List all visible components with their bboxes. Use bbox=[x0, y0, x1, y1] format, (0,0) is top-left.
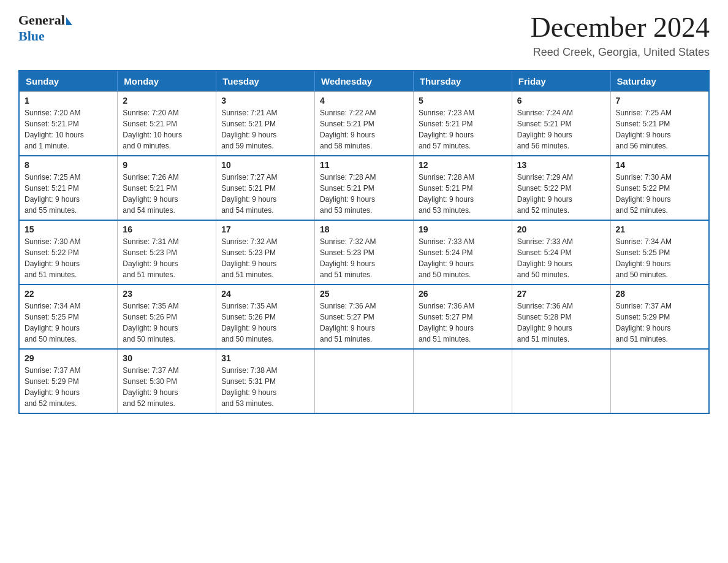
day-info: Sunrise: 7:25 AMSunset: 5:21 PMDaylight:… bbox=[616, 107, 703, 151]
calendar-day-18: 18Sunrise: 7:32 AMSunset: 5:23 PMDayligh… bbox=[315, 220, 414, 285]
calendar-day-20: 20Sunrise: 7:33 AMSunset: 5:24 PMDayligh… bbox=[512, 220, 610, 285]
day-number: 12 bbox=[419, 160, 507, 170]
day-info: Sunrise: 7:20 AMSunset: 5:21 PMDaylight:… bbox=[25, 107, 112, 151]
day-info: Sunrise: 7:34 AMSunset: 5:25 PMDaylight:… bbox=[616, 236, 703, 280]
calendar-day-5: 5Sunrise: 7:23 AMSunset: 5:21 PMDaylight… bbox=[413, 91, 512, 156]
calendar-day-11: 11Sunrise: 7:28 AMSunset: 5:21 PMDayligh… bbox=[315, 156, 414, 220]
day-number: 4 bbox=[320, 96, 408, 105]
calendar-day-31: 31Sunrise: 7:38 AMSunset: 5:31 PMDayligh… bbox=[216, 349, 315, 413]
calendar-day-15: 15Sunrise: 7:30 AMSunset: 5:22 PMDayligh… bbox=[19, 220, 118, 285]
calendar-day-1: 1Sunrise: 7:20 AMSunset: 5:21 PMDaylight… bbox=[19, 91, 118, 156]
day-info: Sunrise: 7:30 AMSunset: 5:22 PMDaylight:… bbox=[616, 172, 703, 216]
calendar-day-30: 30Sunrise: 7:37 AMSunset: 5:30 PMDayligh… bbox=[118, 349, 216, 413]
day-number: 1 bbox=[25, 96, 112, 105]
day-number: 25 bbox=[320, 289, 408, 299]
day-info: Sunrise: 7:28 AMSunset: 5:21 PMDaylight:… bbox=[419, 172, 507, 216]
day-number: 30 bbox=[123, 353, 211, 363]
calendar-day-14: 14Sunrise: 7:30 AMSunset: 5:22 PMDayligh… bbox=[610, 156, 709, 220]
month-year-title: December 2024 bbox=[531, 12, 710, 44]
page-header: General Blue December 2024 Reed Creek, G… bbox=[18, 12, 710, 59]
day-info: Sunrise: 7:36 AMSunset: 5:27 PMDaylight:… bbox=[320, 301, 408, 345]
day-number: 23 bbox=[123, 289, 211, 299]
day-info: Sunrise: 7:30 AMSunset: 5:22 PMDaylight:… bbox=[25, 236, 112, 280]
calendar-day-7: 7Sunrise: 7:25 AMSunset: 5:21 PMDaylight… bbox=[610, 91, 709, 156]
day-info: Sunrise: 7:20 AMSunset: 5:21 PMDaylight:… bbox=[123, 107, 211, 151]
calendar-empty-cell bbox=[315, 349, 414, 413]
day-number: 19 bbox=[419, 224, 507, 234]
day-info: Sunrise: 7:37 AMSunset: 5:29 PMDaylight:… bbox=[616, 301, 703, 345]
day-number: 27 bbox=[517, 289, 605, 299]
calendar-empty-cell bbox=[610, 349, 709, 413]
calendar-week-2: 8Sunrise: 7:25 AMSunset: 5:21 PMDaylight… bbox=[19, 156, 709, 220]
day-number: 9 bbox=[123, 160, 211, 170]
header-friday: Friday bbox=[512, 71, 610, 92]
day-info: Sunrise: 7:27 AMSunset: 5:21 PMDaylight:… bbox=[221, 172, 309, 216]
location-subtitle: Reed Creek, Georgia, United States bbox=[531, 46, 710, 59]
calendar-day-25: 25Sunrise: 7:36 AMSunset: 5:27 PMDayligh… bbox=[315, 285, 414, 349]
day-number: 31 bbox=[221, 353, 309, 363]
logo-blue: Blue bbox=[18, 28, 45, 44]
day-number: 11 bbox=[320, 160, 408, 170]
calendar-table: SundayMondayTuesdayWednesdayThursdayFrid… bbox=[18, 70, 710, 414]
day-number: 15 bbox=[25, 224, 112, 234]
header-saturday: Saturday bbox=[610, 71, 709, 92]
header-sunday: Sunday bbox=[19, 71, 118, 92]
calendar-day-2: 2Sunrise: 7:20 AMSunset: 5:21 PMDaylight… bbox=[118, 91, 216, 156]
day-number: 22 bbox=[25, 289, 112, 299]
day-number: 10 bbox=[221, 160, 309, 170]
calendar-day-10: 10Sunrise: 7:27 AMSunset: 5:21 PMDayligh… bbox=[216, 156, 315, 220]
day-info: Sunrise: 7:35 AMSunset: 5:26 PMDaylight:… bbox=[123, 301, 211, 345]
calendar-empty-cell bbox=[413, 349, 512, 413]
calendar-day-24: 24Sunrise: 7:35 AMSunset: 5:26 PMDayligh… bbox=[216, 285, 315, 349]
header-tuesday: Tuesday bbox=[216, 71, 315, 92]
day-info: Sunrise: 7:35 AMSunset: 5:26 PMDaylight:… bbox=[221, 301, 309, 345]
day-info: Sunrise: 7:25 AMSunset: 5:21 PMDaylight:… bbox=[25, 172, 112, 216]
day-number: 16 bbox=[123, 224, 211, 234]
day-info: Sunrise: 7:31 AMSunset: 5:23 PMDaylight:… bbox=[123, 236, 211, 280]
day-number: 6 bbox=[517, 96, 605, 105]
header-monday: Monday bbox=[118, 71, 216, 92]
day-info: Sunrise: 7:34 AMSunset: 5:25 PMDaylight:… bbox=[25, 301, 112, 345]
day-info: Sunrise: 7:26 AMSunset: 5:21 PMDaylight:… bbox=[123, 172, 211, 216]
calendar-day-26: 26Sunrise: 7:36 AMSunset: 5:27 PMDayligh… bbox=[413, 285, 512, 349]
day-number: 3 bbox=[221, 96, 309, 105]
day-number: 7 bbox=[616, 96, 703, 105]
calendar-day-16: 16Sunrise: 7:31 AMSunset: 5:23 PMDayligh… bbox=[118, 220, 216, 285]
day-number: 14 bbox=[616, 160, 703, 170]
calendar-day-6: 6Sunrise: 7:24 AMSunset: 5:21 PMDaylight… bbox=[512, 91, 610, 156]
calendar-header-row: SundayMondayTuesdayWednesdayThursdayFrid… bbox=[19, 71, 709, 92]
header-thursday: Thursday bbox=[413, 71, 512, 92]
day-info: Sunrise: 7:37 AMSunset: 5:29 PMDaylight:… bbox=[25, 365, 112, 409]
day-number: 24 bbox=[221, 289, 309, 299]
day-number: 13 bbox=[517, 160, 605, 170]
day-number: 17 bbox=[221, 224, 309, 234]
day-info: Sunrise: 7:36 AMSunset: 5:27 PMDaylight:… bbox=[419, 301, 507, 345]
day-info: Sunrise: 7:36 AMSunset: 5:28 PMDaylight:… bbox=[517, 301, 605, 345]
logo: General Blue bbox=[18, 12, 72, 44]
calendar-week-3: 15Sunrise: 7:30 AMSunset: 5:22 PMDayligh… bbox=[19, 220, 709, 285]
calendar-day-27: 27Sunrise: 7:36 AMSunset: 5:28 PMDayligh… bbox=[512, 285, 610, 349]
calendar-day-23: 23Sunrise: 7:35 AMSunset: 5:26 PMDayligh… bbox=[118, 285, 216, 349]
day-info: Sunrise: 7:29 AMSunset: 5:22 PMDaylight:… bbox=[517, 172, 605, 216]
title-block: December 2024 Reed Creek, Georgia, Unite… bbox=[531, 12, 710, 59]
day-info: Sunrise: 7:38 AMSunset: 5:31 PMDaylight:… bbox=[221, 365, 309, 409]
logo-general: General bbox=[18, 12, 65, 28]
day-number: 28 bbox=[616, 289, 703, 299]
calendar-day-21: 21Sunrise: 7:34 AMSunset: 5:25 PMDayligh… bbox=[610, 220, 709, 285]
calendar-day-9: 9Sunrise: 7:26 AMSunset: 5:21 PMDaylight… bbox=[118, 156, 216, 220]
calendar-day-13: 13Sunrise: 7:29 AMSunset: 5:22 PMDayligh… bbox=[512, 156, 610, 220]
header-wednesday: Wednesday bbox=[315, 71, 414, 92]
calendar-day-29: 29Sunrise: 7:37 AMSunset: 5:29 PMDayligh… bbox=[19, 349, 118, 413]
calendar-day-8: 8Sunrise: 7:25 AMSunset: 5:21 PMDaylight… bbox=[19, 156, 118, 220]
calendar-day-3: 3Sunrise: 7:21 AMSunset: 5:21 PMDaylight… bbox=[216, 91, 315, 156]
calendar-week-5: 29Sunrise: 7:37 AMSunset: 5:29 PMDayligh… bbox=[19, 349, 709, 413]
logo-arrow-icon bbox=[66, 17, 72, 25]
calendar-day-28: 28Sunrise: 7:37 AMSunset: 5:29 PMDayligh… bbox=[610, 285, 709, 349]
day-number: 2 bbox=[123, 96, 211, 105]
day-number: 5 bbox=[419, 96, 507, 105]
day-info: Sunrise: 7:23 AMSunset: 5:21 PMDaylight:… bbox=[419, 107, 507, 151]
calendar-empty-cell bbox=[512, 349, 610, 413]
calendar-day-22: 22Sunrise: 7:34 AMSunset: 5:25 PMDayligh… bbox=[19, 285, 118, 349]
day-info: Sunrise: 7:32 AMSunset: 5:23 PMDaylight:… bbox=[221, 236, 309, 280]
day-number: 29 bbox=[25, 353, 112, 363]
